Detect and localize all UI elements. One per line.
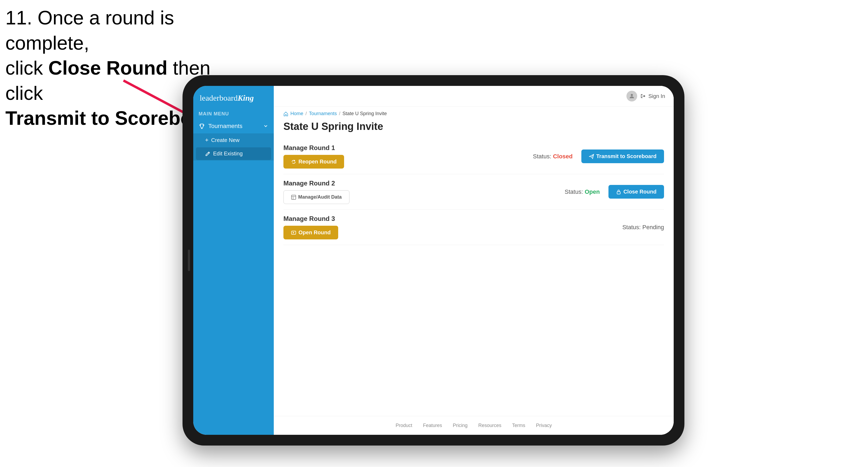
logo-wrapper: leaderboardKing: [200, 93, 267, 102]
breadcrumb-tournaments[interactable]: Tournaments: [309, 111, 337, 117]
round-1-status-value: Closed: [553, 153, 572, 160]
round-2-status: Status: Open: [565, 188, 600, 195]
main-content: Sign In Home / Tournaments / State U Spr…: [274, 86, 674, 435]
footer-product[interactable]: Product: [396, 423, 412, 428]
round-1-status: Status: Closed: [533, 153, 573, 160]
sidebar-edit-existing[interactable]: Edit Existing: [196, 147, 271, 160]
top-nav: Sign In: [274, 86, 674, 106]
trophy-icon: [198, 123, 205, 129]
round-1-right: Status: Closed Transmit to Scoreboard: [533, 150, 664, 163]
footer-terms[interactable]: Terms: [512, 423, 525, 428]
round-2-left: Manage Round 2 Manage/Audit Data: [283, 180, 349, 204]
tablet-side-button: [188, 250, 190, 271]
sidebar-logo-area: leaderboardKing: [193, 86, 274, 108]
transmit-label: Transmit to Scoreboard: [596, 153, 657, 159]
page-header: State U Spring Invite: [274, 119, 674, 139]
round-2-row: Manage Round 2 Manage/Audit Data: [283, 174, 664, 210]
page-title: State U Spring Invite: [283, 121, 664, 132]
sidebar: leaderboardKing MAIN MENU: [193, 86, 274, 435]
manage-audit-button[interactable]: Manage/Audit Data: [283, 190, 349, 204]
logo-text: leaderboard: [200, 93, 238, 102]
svg-line-4: [208, 152, 209, 153]
tablet-screen: leaderboardKing MAIN MENU: [193, 86, 674, 435]
close-round-label: Close Round: [623, 189, 656, 195]
logo-king: King: [238, 93, 254, 102]
main-menu-label: MAIN MENU: [193, 108, 274, 119]
breadcrumb-sep1: /: [305, 111, 307, 117]
svg-rect-11: [617, 192, 620, 194]
breadcrumb-sep2: /: [339, 111, 340, 117]
round-1-title: Manage Round 1: [283, 144, 344, 152]
app-container: leaderboardKing MAIN MENU: [193, 86, 674, 435]
edit-existing-label: Edit Existing: [213, 151, 243, 157]
round-1-row: Manage Round 1 Reopen Round: [283, 139, 664, 174]
round-2-title: Manage Round 2: [283, 180, 349, 187]
tablet-frame: leaderboardKing MAIN MENU: [183, 75, 684, 445]
sign-in-icon: [640, 93, 646, 99]
footer: Product Features Pricing Resources Terms…: [274, 416, 674, 435]
user-avatar: [626, 91, 637, 101]
open-round-button[interactable]: Open Round: [283, 226, 338, 240]
reopen-round-label: Reopen Round: [299, 159, 337, 165]
sidebar-sub-items: + Create New Edit Existing: [193, 133, 274, 160]
footer-privacy[interactable]: Privacy: [536, 423, 552, 428]
round-3-left: Manage Round 3 Open Round: [283, 215, 338, 240]
chevron-down-icon: [263, 123, 269, 129]
open-round-label: Open Round: [299, 229, 331, 236]
round-2-right: Status: Open Close Round: [565, 185, 664, 198]
footer-pricing[interactable]: Pricing: [453, 423, 468, 428]
lock-icon: [616, 189, 621, 195]
table-icon: [291, 195, 296, 200]
round-3-row: Manage Round 3 Open Round: [283, 210, 664, 245]
reopen-icon: [291, 159, 296, 164]
instruction-close-round: Close Round: [48, 57, 167, 79]
create-new-label: Create New: [211, 137, 240, 143]
svg-point-5: [631, 94, 633, 96]
manage-audit-label: Manage/Audit Data: [298, 194, 342, 200]
reopen-round-button[interactable]: Reopen Round: [283, 155, 344, 168]
sidebar-item-tournaments-left: Tournaments: [198, 123, 242, 130]
breadcrumb-home[interactable]: Home: [290, 111, 303, 117]
sidebar-create-new[interactable]: + Create New: [193, 133, 274, 147]
round-3-right: Status: Pending: [622, 224, 664, 231]
breadcrumb: Home / Tournaments / State U Spring Invi…: [274, 106, 674, 119]
instruction-line1: 11. Once a round is complete,: [5, 5, 247, 56]
open-round-icon: [291, 230, 296, 236]
round-3-status-value: Pending: [642, 224, 664, 230]
footer-features[interactable]: Features: [423, 423, 442, 428]
close-round-button[interactable]: Close Round: [609, 185, 664, 198]
transmit-to-scoreboard-button[interactable]: Transmit to Scoreboard: [581, 150, 664, 163]
sidebar-item-tournaments[interactable]: Tournaments: [193, 119, 274, 133]
rounds-container: Manage Round 1 Reopen Round: [274, 139, 674, 416]
home-icon: [283, 112, 288, 116]
svg-rect-8: [291, 195, 296, 199]
round-2-status-value: Open: [585, 188, 599, 195]
plus-icon: +: [205, 136, 209, 144]
breadcrumb-current: State U Spring Invite: [342, 111, 387, 117]
edit-icon: [205, 151, 210, 156]
round-3-title: Manage Round 3: [283, 215, 338, 222]
footer-resources[interactable]: Resources: [478, 423, 501, 428]
round-3-status: Status: Pending: [622, 224, 664, 231]
transmit-icon: [589, 154, 594, 159]
sign-in-label: Sign In: [648, 93, 665, 99]
sidebar-tournaments-label: Tournaments: [208, 123, 242, 130]
sign-in-area[interactable]: Sign In: [626, 91, 665, 101]
round-1-left: Manage Round 1 Reopen Round: [283, 144, 344, 168]
